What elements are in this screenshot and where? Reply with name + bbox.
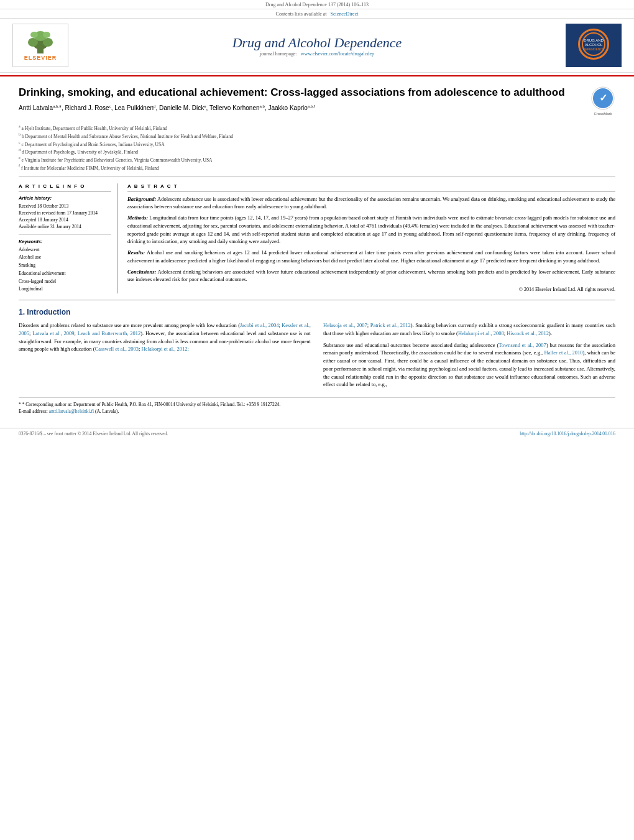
article-info-heading: A R T I C L E I N F O (19, 183, 111, 192)
affiliation-f: f f Institute for Molecular Medicine FIM… (19, 164, 615, 172)
ref-helasoja[interactable]: Helasoja et al., 2007 (323, 322, 367, 328)
svg-text:DRUG AND: DRUG AND (584, 39, 604, 42)
footnote-section: * * Corresponding author at: Department … (19, 397, 615, 415)
article-history: Article history: Received 18 October 201… (19, 195, 111, 235)
drug-logo-icon: DRUG AND ALCOHOL DEPENDENCE (581, 32, 606, 57)
doi-text: Drug and Alcohol Dependence 137 (2014) 1… (265, 2, 369, 7)
intro-col1-p1: Disorders and problems related to substa… (19, 321, 311, 353)
elsevier-logo: ELSEVIER (12, 24, 68, 67)
authors-line: Antti Latvalaa,b,*, Richard J. Rosec, Le… (19, 104, 581, 111)
homepage-url[interactable]: www.elsevier.com/locate/drugalcdep (301, 51, 374, 57)
elsevier-tree-icon (22, 30, 59, 55)
footnote-email-link[interactable]: antti.latvala@helsinki.fi (49, 408, 94, 414)
journal-title-center: Drug and Alcohol Dependence journal home… (68, 35, 566, 57)
affiliation-e: e e Virginia Institute for Psychiatric a… (19, 155, 615, 164)
journal-header: Drug and Alcohol Dependence 137 (2014) 1… (0, 0, 634, 76)
main-content: Drinking, smoking, and educational achie… (0, 76, 634, 425)
ref-hiscock[interactable]: Hiscock et al., 2012 (507, 330, 549, 336)
drug-logo: DRUG AND ALCOHOL DEPENDENCE (566, 24, 622, 67)
affiliation-c: c c Department of Psychological and Brai… (19, 140, 615, 148)
intro-heading: 1. Introduction (19, 308, 615, 316)
article-title-section: Drinking, smoking, and educational achie… (19, 86, 615, 119)
journal-banner: ELSEVIER Drug and Alcohol Dependence jou… (0, 19, 634, 73)
intro-col2: Helasoja et al., 2007; Patrick et al., 2… (323, 321, 615, 392)
history-label: Article history: (19, 195, 111, 201)
svg-point-5 (30, 32, 38, 38)
available-date: Available online 31 January 2014 (19, 223, 111, 230)
svg-text:DEPENDENCE: DEPENDENCE (583, 47, 605, 51)
abstract-section: A B S T R A C T Background: Adolescent s… (127, 183, 615, 294)
ref-haller[interactable]: Haller et al., 2010 (544, 349, 583, 356)
affiliation-b: b b Department of Mental Health and Subs… (19, 132, 615, 140)
journal-title: Drug and Alcohol Dependence (68, 35, 566, 51)
ref-townsend[interactable]: Townsend et al., 2007 (498, 342, 546, 348)
keywords-label: Keywords: (19, 239, 111, 244)
abstract-conclusions: Conclusions: Adolescent drinking behavio… (127, 268, 615, 284)
keywords-block: Keywords: Adolescent Alcohol use Smoking… (19, 239, 111, 294)
copyright: © 2014 Elsevier Ireland Ltd. All rights … (127, 287, 615, 292)
intro-col1: Disorders and problems related to substa… (19, 321, 311, 392)
abstract-background: Background: Adolescent substance use is … (127, 195, 615, 211)
ref-latvala[interactable]: Latvala et al., 2009 (32, 330, 74, 336)
intro-columns: Disorders and problems related to substa… (19, 321, 615, 392)
ref-leach[interactable]: Leach and Butterworth, 2012 (78, 330, 141, 336)
keyword-1: Adolescent (19, 246, 111, 254)
abstract-methods: Methods: Longitudinal data from four tim… (127, 214, 615, 246)
affiliation-a: a a Hjelt Institute, Department of Publi… (19, 124, 615, 132)
footnote-email: E-mail address: antti.latvala@helsinki.f… (19, 408, 615, 415)
ref-helakorpi-2012[interactable]: Helakorpi et al., 2012; (142, 346, 189, 352)
contents-bar: Contents lists available at ScienceDirec… (0, 9, 634, 19)
svg-point-6 (43, 32, 50, 38)
svg-text:ALCOHOL: ALCOHOL (585, 43, 603, 47)
keyword-2: Alcohol use (19, 254, 111, 262)
doi-link[interactable]: http://dx.doi.org/10.1016/j.drugalcdep.2… (520, 431, 615, 436)
sciencedirect-link[interactable]: ScienceDirect (331, 11, 359, 17)
issn-text: 0376-8716/$ – see front matter © 2014 El… (19, 431, 168, 436)
homepage-line: journal homepage: www.elsevier.com/locat… (68, 51, 566, 57)
elsevier-text: ELSEVIER (24, 55, 57, 61)
article-title-text: Drinking, smoking, and educational achie… (19, 86, 581, 114)
homepage-label: journal homepage: (260, 51, 297, 57)
abstract-results: Results: Alcohol use and smoking behavio… (127, 249, 615, 265)
keyword-4: Educational achievement (19, 270, 111, 278)
crossmark-icon: ✓ (590, 86, 615, 111)
crossmark-logo: ✓ CrossMark (590, 86, 615, 116)
ref-patrick[interactable]: Patrick et al., 2012 (370, 322, 411, 328)
article-info: A R T I C L E I N F O Article history: R… (19, 183, 118, 294)
doi-bar: Drug and Alcohol Dependence 137 (2014) 1… (0, 0, 634, 9)
accepted-date: Accepted 18 January 2014 (19, 216, 111, 223)
abstract-heading: A B S T R A C T (127, 183, 615, 192)
keyword-6: Longitudinal (19, 285, 111, 293)
ref-casswell[interactable]: Casswell et al., 2003 (95, 346, 139, 352)
intro-col2-p2: Substance use and educational outcomes b… (323, 341, 615, 389)
info-abstract-section: A R T I C L E I N F O Article history: R… (19, 183, 615, 301)
keyword-3: Smoking (19, 262, 111, 270)
revised-date: Received in revised form 17 January 2014 (19, 210, 111, 216)
affiliations: a a Hjelt Institute, Department of Publi… (19, 124, 615, 177)
article-title: Drinking, smoking, and educational achie… (19, 86, 581, 99)
ref-jacobi[interactable]: Jacobi et al., 2004 (240, 322, 278, 328)
intro-col2-p1: Helasoja et al., 2007; Patrick et al., 2… (323, 321, 615, 338)
received-date: Received 18 October 2013 (19, 203, 111, 210)
intro-section: 1. Introduction Disorders and problems r… (19, 308, 615, 415)
bottom-bar: 0376-8716/$ – see front matter © 2014 El… (0, 428, 634, 439)
ref-helakorpi-2008[interactable]: Helakorpi et al., 2008 (458, 330, 504, 336)
footnote-star: * * Corresponding author at: Department … (19, 401, 615, 408)
keyword-5: Cross-lagged model (19, 278, 111, 286)
contents-label: Contents lists available at (276, 11, 327, 17)
authors-text: Antti Latvalaa,b,*, Richard J. Rosec, Le… (19, 104, 315, 111)
svg-text:✓: ✓ (599, 93, 607, 103)
affiliation-d: d d Department of Psychology, University… (19, 147, 615, 155)
